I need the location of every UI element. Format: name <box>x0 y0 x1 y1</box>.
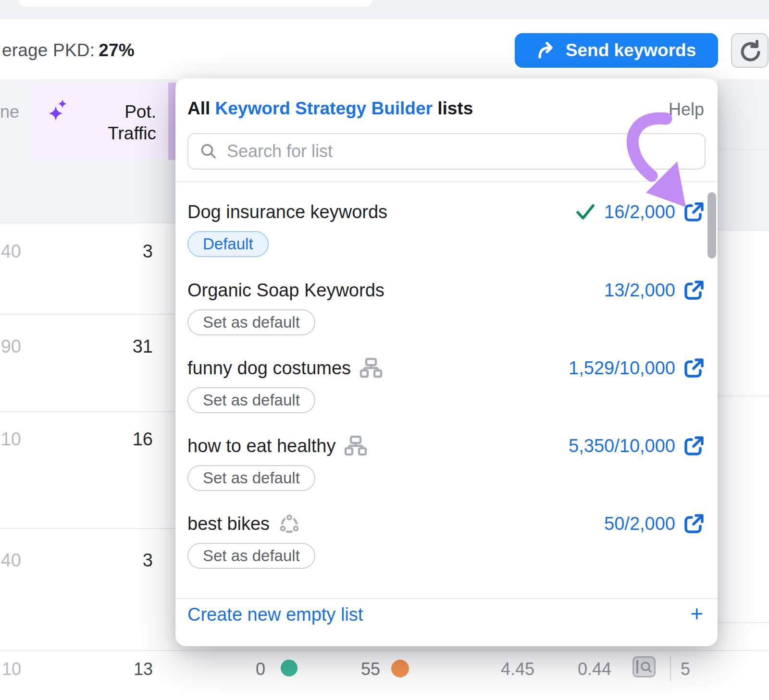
average-pkd-stat: erage PKD:27% <box>2 40 135 61</box>
help-link[interactable]: Help <box>669 99 704 120</box>
table-right-edge <box>718 79 769 230</box>
pot-traffic-cell: 31 <box>96 336 153 357</box>
pot-traffic-cell: 3 <box>96 241 153 262</box>
list-name: best bikes <box>187 514 270 534</box>
set-as-default-button[interactable]: Set as default <box>187 309 315 335</box>
external-link-icon[interactable] <box>684 280 704 300</box>
sitemap-icon <box>360 357 383 379</box>
green-score-dot <box>281 660 298 676</box>
scrollbar-thumb[interactable] <box>707 192 716 258</box>
ksb-lists-dropdown: All Keyword Strategy Builder lists Help … <box>175 78 718 646</box>
row-separator <box>0 650 769 651</box>
table-right-edge <box>718 230 769 650</box>
list-count-link[interactable]: 16/2,000 <box>604 202 675 222</box>
list-name: funny dog costumes <box>187 358 351 379</box>
volume-cell: 40 <box>0 550 21 571</box>
row-separator <box>0 528 176 529</box>
list-name: how to eat healthy <box>187 436 335 456</box>
search-icon <box>200 143 217 160</box>
row-separator <box>0 411 176 412</box>
list-item[interactable]: best bikes 50/2,000 <box>187 511 704 569</box>
list-count-link[interactable]: 50/2,000 <box>604 514 675 534</box>
send-keywords-button[interactable]: Send keywords <box>515 33 718 68</box>
volume-cell: 10 <box>0 429 21 450</box>
com-cell: 0.44 <box>563 659 611 679</box>
row-separator <box>0 222 176 223</box>
keyword-strategy-builder-link[interactable]: Keyword Strategy Builder <box>215 98 433 118</box>
volume-cell: 40 <box>0 241 21 262</box>
row-separator <box>718 149 769 150</box>
column-header-partial: ne <box>0 102 19 122</box>
list-name: Dog insurance keywords <box>187 202 387 222</box>
pot-traffic-cell: 16 <box>96 429 153 450</box>
volume-cell: 10 <box>0 659 21 679</box>
dropdown-title: All Keyword Strategy Builder lists <box>187 98 473 119</box>
set-as-default-button[interactable]: Set as default <box>187 387 315 413</box>
cell-divider <box>670 656 671 681</box>
metric-cell: 55 <box>332 659 380 679</box>
results-cell: 5 <box>681 659 709 679</box>
list-count-link[interactable]: 13/2,000 <box>604 280 675 301</box>
volume-cell: 90 <box>0 336 21 357</box>
pot-traffic-column-header[interactable]: Pot. Traffic <box>77 101 156 144</box>
cluster-icon <box>278 513 300 535</box>
row-separator <box>718 622 769 623</box>
row-separator <box>0 314 176 315</box>
external-link-icon[interactable] <box>684 514 704 534</box>
refresh-button[interactable] <box>731 33 769 68</box>
top-card-notch <box>19 0 372 7</box>
external-link-icon[interactable] <box>684 358 704 378</box>
ai-sparkles-icon <box>44 97 67 122</box>
panel-divider <box>175 598 718 599</box>
list-item[interactable]: Dog insurance keywords 16/2,000 Default <box>187 199 704 257</box>
send-keywords-label: Send keywords <box>566 40 696 61</box>
search-input[interactable] <box>227 141 693 161</box>
default-badge: Default <box>187 231 269 257</box>
external-link-icon[interactable] <box>684 436 704 456</box>
avg-pkd-label: erage PKD: <box>2 40 95 60</box>
external-link-icon[interactable] <box>684 202 704 222</box>
metric-cell: 0 <box>227 659 265 679</box>
sitemap-icon <box>344 435 367 456</box>
plus-icon[interactable]: + <box>690 601 703 626</box>
list-name: Organic Soap Keywords <box>187 280 384 301</box>
list-item[interactable]: funny dog costumes 1,529/10,000 <box>187 356 704 413</box>
panel-divider <box>175 181 718 182</box>
list-item[interactable]: how to eat healthy 5,350/10,000 <box>187 433 704 491</box>
row-separator <box>718 230 769 231</box>
pot-traffic-cell: 3 <box>96 550 153 571</box>
serp-features-icon[interactable] <box>633 656 656 677</box>
list-item[interactable]: Organic Soap Keywords 13/2,000 Set as de… <box>187 278 704 335</box>
avg-pkd-value: 27% <box>99 40 135 60</box>
row-separator <box>718 395 769 396</box>
refresh-icon <box>739 39 761 61</box>
list-count-link[interactable]: 5,350/10,000 <box>569 436 675 456</box>
set-as-default-button[interactable]: Set as default <box>187 543 315 569</box>
set-as-default-button[interactable]: Set as default <box>187 465 315 491</box>
column-highlight-edge <box>168 83 176 160</box>
list-count-link[interactable]: 1,529/10,000 <box>569 358 675 379</box>
check-icon <box>575 203 595 221</box>
orange-score-dot <box>391 660 409 677</box>
pot-traffic-cell: 13 <box>96 659 153 679</box>
cpc-cell: 4.45 <box>486 659 534 679</box>
list-search-box[interactable] <box>187 133 706 170</box>
create-new-list-link[interactable]: Create new empty list <box>187 604 363 625</box>
share-arrow-icon <box>537 42 556 59</box>
